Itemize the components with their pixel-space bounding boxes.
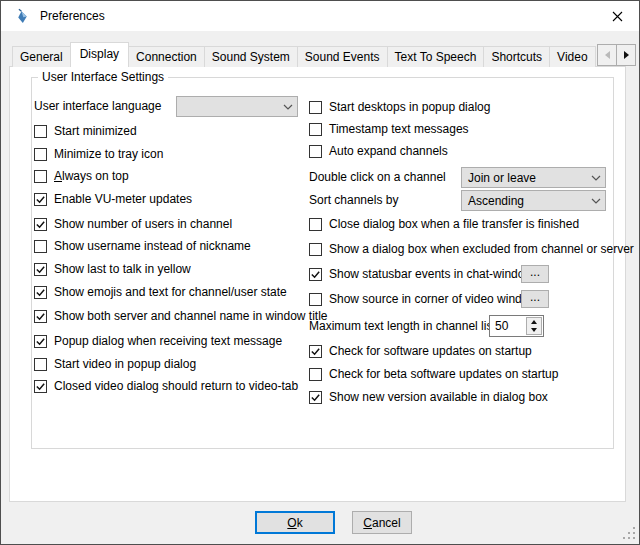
last-to-talk-row[interactable]: Show last to talk in yellow bbox=[34, 261, 191, 277]
last-to-talk-checkbox[interactable] bbox=[34, 263, 47, 276]
titlebar: Preferences bbox=[1, 1, 639, 31]
minimize-to-tray-checkbox[interactable] bbox=[34, 148, 47, 161]
double-click-label: Double click on a channel bbox=[309, 170, 446, 184]
tab-shortcuts[interactable]: Shortcuts bbox=[483, 46, 550, 67]
always-on-top-row[interactable]: Always on top bbox=[34, 168, 129, 184]
new-version-dialog-label: Show new version available in dialog box bbox=[329, 390, 548, 404]
window-title: Preferences bbox=[40, 9, 105, 23]
start-minimized-checkbox[interactable] bbox=[34, 125, 47, 138]
max-text-length-label: Maximum text length in channel list bbox=[309, 319, 496, 333]
vu-meter-row[interactable]: Enable VU-meter updates bbox=[34, 191, 192, 207]
language-row: User interface language bbox=[34, 98, 161, 114]
cancel-button[interactable]: Cancel bbox=[352, 511, 412, 534]
excluded-dialog-checkbox[interactable] bbox=[309, 243, 322, 256]
group-title: User Interface Settings bbox=[38, 70, 168, 84]
tab-sound-events[interactable]: Sound Events bbox=[297, 46, 388, 67]
video-source-corner-checkbox[interactable] bbox=[309, 293, 322, 306]
statusbar-events-row[interactable]: Show statusbar events in chat-window bbox=[309, 266, 533, 282]
tab-display[interactable]: Display bbox=[70, 42, 129, 67]
vu-meter-label: Enable VU-meter updates bbox=[54, 192, 192, 206]
tab-connection[interactable]: Connection bbox=[128, 46, 205, 67]
start-video-popup-label: Start video in popup dialog bbox=[54, 357, 196, 371]
desktops-popup-checkbox[interactable] bbox=[309, 101, 322, 114]
tab-text-to-speech[interactable]: Text To Speech bbox=[387, 46, 485, 67]
chevron-down-icon bbox=[587, 198, 605, 204]
statusbar-events-checkbox[interactable] bbox=[309, 268, 322, 281]
emojis-label: Show emojis and text for channel/user st… bbox=[54, 285, 287, 299]
statusbar-events-browse-button[interactable]: ... bbox=[521, 265, 549, 283]
tab-scroll-left-icon[interactable] bbox=[597, 44, 617, 66]
popup-text-message-label: Popup dialog when receiving text message bbox=[54, 334, 282, 348]
sort-channels-label: Sort channels by bbox=[309, 193, 398, 207]
tab-video[interactable]: Video bbox=[549, 46, 595, 67]
double-click-row: Double click on a channel bbox=[309, 169, 446, 185]
tab-sound-system[interactable]: Sound System bbox=[204, 46, 298, 67]
start-minimized-row[interactable]: Start minimized bbox=[34, 123, 137, 139]
closed-video-return-row[interactable]: Closed video dialog should return to vid… bbox=[34, 378, 298, 394]
vu-meter-checkbox[interactable] bbox=[34, 193, 47, 206]
beta-updates-label: Check for beta software updates on start… bbox=[329, 367, 558, 381]
close-icon[interactable] bbox=[603, 3, 631, 29]
max-text-length-spinner[interactable]: 50 bbox=[489, 315, 544, 337]
spinner-buttons bbox=[526, 317, 542, 335]
show-user-count-checkbox[interactable] bbox=[34, 218, 47, 231]
emojis-row[interactable]: Show emojis and text for channel/user st… bbox=[34, 284, 287, 300]
timestamp-label: Timestamp text messages bbox=[329, 122, 469, 136]
chevron-down-icon bbox=[587, 175, 605, 181]
closed-video-return-label: Closed video dialog should return to vid… bbox=[54, 379, 298, 393]
close-on-transfer-checkbox[interactable] bbox=[309, 218, 322, 231]
timestamp-row[interactable]: Timestamp text messages bbox=[309, 121, 469, 137]
popup-text-message-checkbox[interactable] bbox=[34, 335, 47, 348]
app-icon bbox=[14, 8, 31, 25]
start-minimized-label: Start minimized bbox=[54, 124, 137, 138]
video-source-browse-button[interactable]: ... bbox=[521, 290, 549, 308]
spinner-down-icon[interactable] bbox=[527, 326, 541, 334]
new-version-dialog-checkbox[interactable] bbox=[309, 391, 322, 404]
video-source-corner-label: Show source in corner of video window bbox=[329, 292, 537, 306]
show-username-row[interactable]: Show username instead of nickname bbox=[34, 238, 251, 254]
auto-expand-row[interactable]: Auto expand channels bbox=[309, 143, 448, 159]
sort-channels-combobox[interactable]: Ascending bbox=[461, 190, 606, 211]
sort-channels-row: Sort channels by bbox=[309, 192, 398, 208]
excluded-dialog-row[interactable]: Show a dialog box when excluded from cha… bbox=[309, 241, 634, 257]
language-label: User interface language bbox=[34, 99, 161, 113]
emojis-checkbox[interactable] bbox=[34, 286, 47, 299]
cancel-button-label: Cancel bbox=[363, 516, 400, 530]
server-channel-title-checkbox[interactable] bbox=[34, 310, 47, 323]
show-username-checkbox[interactable] bbox=[34, 240, 47, 253]
preferences-dialog: Preferences General Display Connection S… bbox=[0, 0, 640, 545]
auto-expand-label: Auto expand channels bbox=[329, 144, 448, 158]
beta-updates-checkbox[interactable] bbox=[309, 368, 322, 381]
tab-bar: General Display Connection Sound System … bbox=[12, 42, 596, 67]
always-on-top-checkbox[interactable] bbox=[34, 170, 47, 183]
minimize-to-tray-row[interactable]: Minimize to tray icon bbox=[34, 146, 163, 162]
popup-text-message-row[interactable]: Popup dialog when receiving text message bbox=[34, 333, 282, 349]
resize-grip[interactable] bbox=[622, 527, 635, 540]
closed-video-return-checkbox[interactable] bbox=[34, 380, 47, 393]
server-channel-title-row[interactable]: Show both server and channel name in win… bbox=[34, 308, 328, 324]
new-version-dialog-row[interactable]: Show new version available in dialog box bbox=[309, 389, 548, 405]
show-username-label: Show username instead of nickname bbox=[54, 239, 251, 253]
tab-general[interactable]: General bbox=[12, 46, 71, 67]
timestamp-checkbox[interactable] bbox=[309, 123, 322, 136]
statusbar-events-label: Show statusbar events in chat-window bbox=[329, 267, 533, 281]
software-updates-row[interactable]: Check for software updates on startup bbox=[309, 343, 532, 359]
start-video-popup-checkbox[interactable] bbox=[34, 358, 47, 371]
spinner-up-icon[interactable] bbox=[527, 318, 541, 326]
close-on-transfer-row[interactable]: Close dialog box when a file transfer is… bbox=[309, 216, 579, 232]
software-updates-checkbox[interactable] bbox=[309, 345, 322, 358]
show-user-count-label: Show number of users in channel bbox=[54, 217, 232, 231]
start-video-popup-row[interactable]: Start video in popup dialog bbox=[34, 356, 196, 372]
show-user-count-row[interactable]: Show number of users in channel bbox=[34, 216, 232, 232]
last-to-talk-label: Show last to talk in yellow bbox=[54, 262, 191, 276]
video-source-corner-row[interactable]: Show source in corner of video window bbox=[309, 291, 537, 307]
excluded-dialog-label: Show a dialog box when excluded from cha… bbox=[329, 242, 634, 256]
max-text-length-value[interactable]: 50 bbox=[490, 316, 525, 336]
language-combobox[interactable] bbox=[176, 96, 298, 117]
beta-updates-row[interactable]: Check for beta software updates on start… bbox=[309, 366, 558, 382]
ok-button[interactable]: Ok bbox=[255, 511, 335, 534]
double-click-combobox[interactable]: Join or leave bbox=[461, 167, 606, 188]
auto-expand-checkbox[interactable] bbox=[309, 145, 322, 158]
desktops-popup-row[interactable]: Start desktops in popup dialog bbox=[309, 99, 490, 115]
tab-scroll-right-icon[interactable] bbox=[616, 44, 636, 66]
